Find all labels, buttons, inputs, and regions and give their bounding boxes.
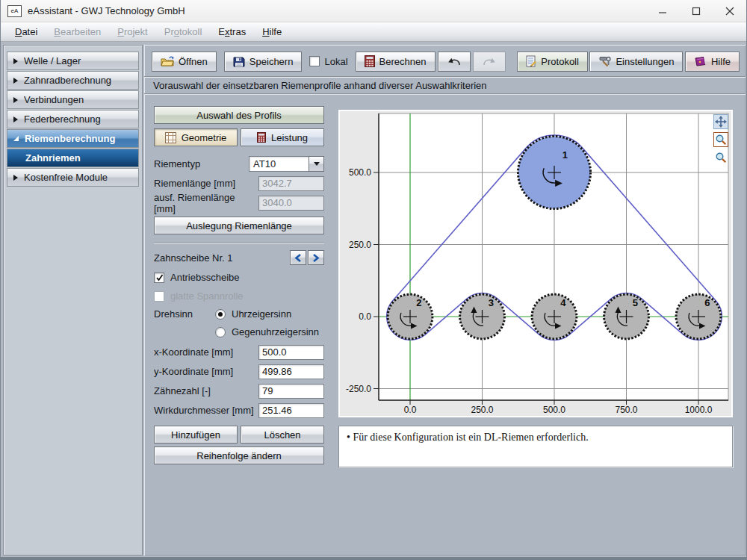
- counterclockwise-label: Gegenuhrzeigersinn: [232, 326, 319, 337]
- svg-text:250.0: 250.0: [349, 240, 371, 250]
- menu-datei[interactable]: Datei: [7, 26, 46, 37]
- collapsed-arrow-icon: [13, 78, 18, 84]
- svg-text:3: 3: [489, 297, 494, 308]
- zoom-out-magnifier-icon: [715, 152, 727, 164]
- settings-button[interactable]: Einstellungen: [589, 52, 683, 72]
- menu-bar: Datei Bearbeiten Projekt Protokoll Extra…: [1, 22, 746, 42]
- settings-tools-icon: [598, 55, 611, 67]
- sidebar-item-riemenberechnung[interactable]: Riemenberechnung: [7, 129, 139, 148]
- close-button[interactable]: [713, 0, 746, 22]
- direction-label: Drehsinn: [154, 308, 215, 320]
- menu-protokoll: Protokoll: [156, 26, 211, 37]
- status-line: Vorauswahl der einsetzbaren Riemenprofil…: [144, 76, 746, 94]
- expanded-arrow-icon: [13, 136, 19, 141]
- y-coordinate-field[interactable]: [258, 364, 324, 379]
- chevron-left-icon: [294, 254, 302, 262]
- belt-diagram-panel: 500.0250.00.0-250.00.0250.0500.0750.0100…: [338, 110, 733, 417]
- minimize-button[interactable]: [645, 0, 679, 22]
- message-text: Für diese Konfiguration ist ein DL-Rieme…: [353, 432, 588, 443]
- redo-arrow-icon: [482, 56, 497, 67]
- zoom-in-magnifier-icon: [715, 134, 727, 146]
- protocol-button[interactable]: Protokoll: [517, 52, 588, 72]
- pulley-title: Zahnscheibe Nr. 1: [154, 252, 233, 264]
- svg-text:5: 5: [633, 297, 638, 308]
- belt-diagram-plot[interactable]: 500.0250.00.0-250.00.0250.0500.0750.0100…: [340, 111, 731, 416]
- effective-diameter-label: Wirkdurchmesser [mm]: [154, 405, 254, 416]
- effective-diameter-field[interactable]: [258, 403, 324, 418]
- pan-tool-button[interactable]: [713, 114, 728, 129]
- svg-text:750.0: 750.0: [615, 405, 637, 415]
- menu-extras[interactable]: Extras: [210, 26, 254, 37]
- undo-button[interactable]: [438, 52, 471, 72]
- svg-text:500.0: 500.0: [543, 405, 565, 415]
- power-button[interactable]: Leistung: [241, 128, 324, 146]
- collapsed-arrow-icon: [13, 58, 18, 64]
- combo-dropdown-button[interactable]: [309, 156, 324, 172]
- open-folder-icon: [161, 56, 174, 66]
- belt-type-label: Riementyp: [154, 158, 200, 169]
- previous-pulley-button[interactable]: [290, 250, 306, 265]
- clockwise-radio[interactable]: [215, 309, 226, 320]
- maximize-button[interactable]: [679, 0, 713, 22]
- protocol-notepad-icon: [526, 55, 536, 67]
- teeth-count-label: Zähnezahl [-]: [154, 385, 211, 396]
- chevron-right-icon: [312, 254, 320, 262]
- idler-label: glatte Spannrolle: [170, 290, 244, 302]
- drive-pulley-checkbox[interactable]: [154, 273, 164, 283]
- belt-type-combo[interactable]: AT10: [249, 156, 324, 172]
- zoom-in-tool-button[interactable]: [713, 132, 728, 147]
- checkmark-icon: [155, 273, 164, 281]
- counterclockwise-radio[interactable]: [215, 327, 226, 337]
- toolbar: Öffnen Speichern Lokal Berechnen: [152, 51, 740, 72]
- exec-belt-length-field: [258, 196, 324, 211]
- design-belt-length-button[interactable]: Auslegung Riemenlänge: [154, 217, 324, 234]
- belt-length-field: [258, 176, 324, 191]
- zoom-out-tool-button[interactable]: [713, 150, 728, 165]
- geometry-button[interactable]: Geometrie: [154, 128, 238, 146]
- collapsed-arrow-icon: [13, 116, 18, 122]
- svg-text:1000.0: 1000.0: [685, 405, 713, 415]
- maximize-icon: [692, 7, 701, 16]
- y-coordinate-label: y-Koordinate [mm]: [154, 366, 233, 377]
- teeth-count-field[interactable]: [258, 384, 324, 399]
- sidebar-item-kostenfreie-module[interactable]: Kostenfreie Module: [7, 168, 139, 187]
- next-pulley-button[interactable]: [308, 250, 324, 265]
- svg-text:0.0: 0.0: [404, 405, 417, 415]
- calculator-icon: [257, 132, 266, 143]
- drive-pulley-label: Antriebsscheibe: [170, 272, 240, 283]
- chevron-down-icon: [314, 162, 320, 166]
- open-button[interactable]: Öffnen: [152, 52, 217, 72]
- window-title: eAssistant - GWJ Technology GmbH: [28, 5, 185, 16]
- close-icon: [725, 7, 734, 16]
- x-coordinate-label: x-Koordinate [mm]: [154, 346, 233, 358]
- svg-text:1: 1: [562, 149, 568, 161]
- delete-pulley-button[interactable]: Löschen: [241, 426, 324, 444]
- svg-text:4: 4: [560, 297, 566, 308]
- sidebar-item-verbindungen[interactable]: Verbindungen: [7, 90, 139, 109]
- sidebar-item-zahnradberechnung[interactable]: Zahnradberechnung: [7, 71, 139, 90]
- sidebar-item-zahnriemen[interactable]: Zahnriemen: [7, 149, 139, 167]
- title-bar: eA eAssistant - GWJ Technology GmbH: [1, 0, 746, 22]
- svg-text:500.0: 500.0: [349, 167, 371, 178]
- message-box: • Für diese Konfiguration ist ein DL-Rie…: [338, 426, 733, 467]
- calculate-button[interactable]: Berechnen: [356, 52, 436, 72]
- local-checkbox[interactable]: [309, 56, 320, 66]
- save-button[interactable]: Speichern: [224, 52, 303, 72]
- svg-text:0.0: 0.0: [359, 311, 371, 322]
- menu-projekt: Projekt: [109, 26, 155, 37]
- select-profile-button[interactable]: Auswahl des Profils: [154, 106, 324, 124]
- add-pulley-button[interactable]: Hinzufügen: [154, 426, 238, 444]
- save-floppy-icon: [233, 56, 245, 67]
- svg-text:-250.0: -250.0: [346, 384, 371, 394]
- separator: [154, 243, 324, 244]
- sidebar-item-welle-lager[interactable]: Welle / Lager: [7, 52, 139, 70]
- minimize-icon: [658, 7, 667, 16]
- reorder-button[interactable]: Reihenfolge ändern: [154, 447, 324, 464]
- sidebar-item-federberechnung[interactable]: Federberechnung: [7, 110, 139, 128]
- message-bullet: •: [347, 432, 350, 443]
- menu-bearbeiten: Bearbeiten: [46, 26, 109, 37]
- x-coordinate-field[interactable]: [258, 345, 324, 360]
- menu-hilfe[interactable]: Hilfe: [254, 26, 290, 37]
- help-button[interactable]: Hilfe: [685, 52, 740, 72]
- content-panel: Öffnen Speichern Lokal Berechnen: [144, 45, 746, 556]
